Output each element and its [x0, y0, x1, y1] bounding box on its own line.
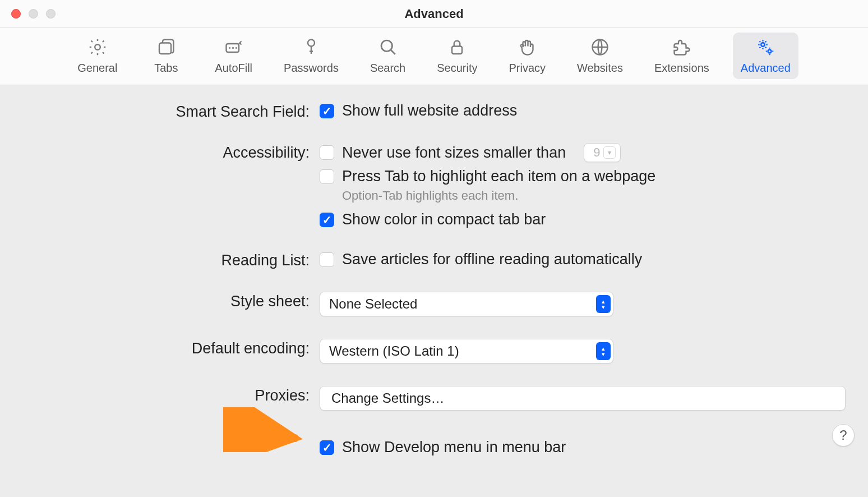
show-develop-text: Show Develop menu in menu bar	[342, 439, 566, 456]
select-stepper-icon	[596, 342, 611, 360]
gear-icon	[87, 37, 108, 57]
tab-tabs[interactable]: Tabs	[141, 33, 191, 79]
svg-point-7	[761, 43, 765, 47]
minimize-icon[interactable]	[29, 9, 38, 19]
hand-icon	[517, 37, 537, 57]
tab-advanced[interactable]: Advanced	[733, 33, 798, 79]
lock-icon	[447, 37, 467, 57]
tab-passwords[interactable]: Passwords	[276, 33, 347, 79]
gears-icon	[755, 37, 775, 57]
tabs-icon	[156, 37, 176, 57]
offline-reading-text: Save articles for offline reading automa…	[342, 251, 642, 268]
reading-list-label: Reading List:	[22, 251, 320, 269]
tab-label: Extensions	[654, 62, 709, 75]
autofill-icon	[224, 37, 244, 57]
min-font-value: 9	[593, 145, 600, 160]
svg-point-8	[768, 50, 772, 53]
tab-label: Tabs	[154, 62, 178, 75]
key-icon	[301, 37, 321, 57]
close-icon[interactable]	[11, 9, 21, 19]
tab-highlight-hint: Option-Tab highlights each item.	[342, 188, 846, 203]
compact-color-text: Show color in compact tab bar	[342, 211, 546, 228]
min-font-checkbox[interactable]	[320, 145, 334, 160]
tab-label: Search	[370, 62, 405, 75]
default-encoding-select[interactable]: Western (ISO Latin 1)	[320, 339, 613, 363]
accessibility-label: Accessibility:	[22, 143, 320, 162]
smart-search-label: Smart Search Field:	[22, 102, 320, 121]
show-full-address-text: Show full website address	[342, 102, 517, 119]
search-icon	[378, 37, 398, 57]
proxies-label: Proxies:	[22, 386, 320, 404]
change-settings-text: Change Settings…	[331, 390, 444, 406]
window-controls	[11, 9, 56, 19]
svg-rect-1	[159, 43, 171, 54]
tab-label: Advanced	[741, 62, 791, 75]
style-sheet-value: None Selected	[329, 296, 417, 312]
default-encoding-value: Western (ISO Latin 1)	[329, 343, 459, 359]
tab-general[interactable]: General	[70, 33, 125, 79]
compact-color-checkbox[interactable]	[320, 213, 334, 227]
svg-point-0	[95, 44, 100, 50]
zoom-icon[interactable]	[46, 9, 56, 19]
tab-websites[interactable]: Websites	[569, 33, 631, 79]
help-icon: ?	[839, 427, 847, 443]
help-button[interactable]: ?	[832, 424, 855, 447]
tab-label: General	[77, 62, 117, 75]
tab-highlight-text: Press Tab to highlight each item on a we…	[342, 168, 655, 185]
show-full-address-checkbox[interactable]	[320, 104, 334, 118]
tab-extensions[interactable]: Extensions	[647, 33, 717, 79]
tab-search[interactable]: Search	[362, 33, 413, 79]
min-font-size-dropdown[interactable]: 9	[584, 143, 621, 162]
content-area: Smart Search Field: Show full website ad…	[0, 85, 868, 480]
chevron-down-icon	[603, 146, 616, 159]
puzzle-icon	[672, 37, 692, 57]
tab-label: Passwords	[284, 62, 339, 75]
titlebar: Advanced	[0, 0, 868, 28]
show-develop-checkbox[interactable]	[320, 440, 334, 455]
tab-label: AutoFill	[215, 62, 252, 75]
svg-point-4	[381, 40, 393, 52]
tab-label: Websites	[577, 62, 623, 75]
tab-privacy[interactable]: Privacy	[501, 33, 554, 79]
spacer-label	[22, 439, 320, 440]
globe-icon	[590, 37, 610, 57]
min-font-text: Never use font sizes smaller than	[342, 144, 566, 162]
style-sheet-label: Style sheet:	[22, 292, 320, 310]
default-encoding-label: Default encoding:	[22, 339, 320, 357]
change-settings-button[interactable]: Change Settings…	[320, 386, 846, 411]
tab-security[interactable]: Security	[429, 33, 485, 79]
select-stepper-icon	[596, 295, 611, 313]
offline-reading-checkbox[interactable]	[320, 252, 334, 267]
style-sheet-select[interactable]: None Selected	[320, 292, 613, 316]
tab-label: Security	[437, 62, 477, 75]
window-title: Advanced	[0, 7, 868, 21]
svg-point-3	[308, 40, 315, 47]
svg-rect-5	[452, 47, 462, 54]
tab-autofill[interactable]: AutoFill	[207, 33, 260, 79]
prefs-toolbar: General Tabs AutoFill Passwords Search S…	[0, 28, 868, 85]
tab-highlight-checkbox[interactable]	[320, 169, 334, 184]
tab-label: Privacy	[509, 62, 546, 75]
